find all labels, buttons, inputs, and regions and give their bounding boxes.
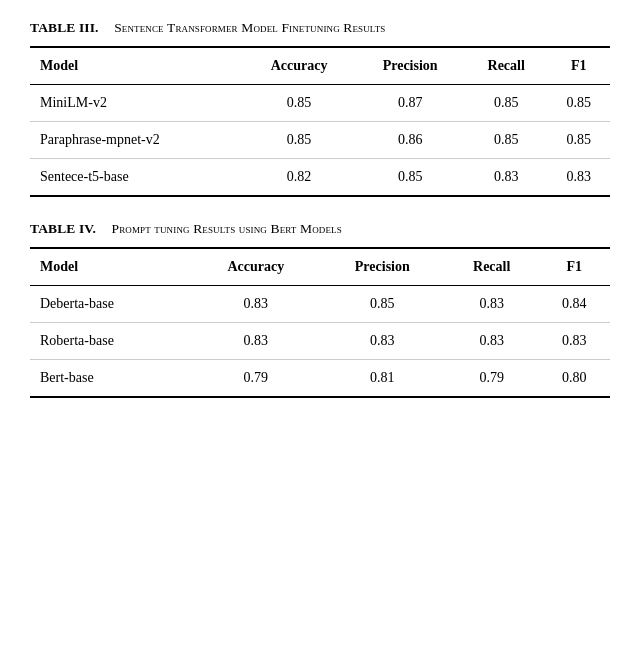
table-row: Roberta-base0.830.830.830.83 (30, 323, 610, 360)
table2-col-precision: Precision (320, 248, 445, 286)
table2-col-f1: F1 (539, 248, 610, 286)
table-cell: 0.86 (355, 122, 465, 159)
table-cell: 0.85 (243, 85, 355, 122)
table-cell: 0.83 (320, 323, 445, 360)
table-cell: MiniLM-v2 (30, 85, 243, 122)
table2-label: TABLE IV. (30, 221, 96, 236)
table2-header-row: Model Accuracy Precision Recall F1 (30, 248, 610, 286)
table2: Model Accuracy Precision Recall F1 Deber… (30, 247, 610, 398)
table-cell: 0.84 (539, 286, 610, 323)
table2-col-recall: Recall (445, 248, 539, 286)
table2-col-model: Model (30, 248, 192, 286)
table1-title-text: Sentence Transformer Model Finetuning Re… (114, 20, 385, 35)
table1-header-row: Model Accuracy Precision Recall F1 (30, 47, 610, 85)
table-cell: 0.83 (465, 159, 547, 197)
table1-section: TABLE III. Sentence Transformer Model Fi… (30, 20, 610, 197)
table-cell: 0.83 (547, 159, 610, 197)
table1-col-f1: F1 (547, 47, 610, 85)
table-cell: 0.85 (355, 159, 465, 197)
table1-body: MiniLM-v20.850.870.850.85Paraphrase-mpne… (30, 85, 610, 197)
table2-col-accuracy: Accuracy (192, 248, 320, 286)
table1-col-recall: Recall (465, 47, 547, 85)
table-cell: 0.87 (355, 85, 465, 122)
table-cell: 0.85 (547, 122, 610, 159)
table2-section: TABLE IV. Prompt tuning Results using Be… (30, 221, 610, 398)
table1-header: Model Accuracy Precision Recall F1 (30, 47, 610, 85)
table-cell: 0.79 (445, 360, 539, 398)
table1-col-precision: Precision (355, 47, 465, 85)
table-cell: 0.80 (539, 360, 610, 398)
table2-header: Model Accuracy Precision Recall F1 (30, 248, 610, 286)
table-row: Paraphrase-mpnet-v20.850.860.850.85 (30, 122, 610, 159)
table2-body: Deberta-base0.830.850.830.84Roberta-base… (30, 286, 610, 398)
table-cell: 0.85 (243, 122, 355, 159)
table2-title: TABLE IV. Prompt tuning Results using Be… (30, 221, 610, 237)
table-cell: 0.82 (243, 159, 355, 197)
table-cell: 0.83 (445, 286, 539, 323)
table-row: Sentece-t5-base0.820.850.830.83 (30, 159, 610, 197)
table-cell: 0.85 (465, 85, 547, 122)
table-cell: Roberta-base (30, 323, 192, 360)
table-cell: 0.81 (320, 360, 445, 398)
table-cell: 0.85 (320, 286, 445, 323)
table-row: Deberta-base0.830.850.830.84 (30, 286, 610, 323)
table-cell: 0.83 (445, 323, 539, 360)
table-cell: 0.85 (547, 85, 610, 122)
table1: Model Accuracy Precision Recall F1 MiniL… (30, 46, 610, 197)
table1-col-model: Model (30, 47, 243, 85)
table1-title: TABLE III. Sentence Transformer Model Fi… (30, 20, 610, 36)
table2-title-text: Prompt tuning Results using Bert Models (112, 221, 342, 236)
table-row: MiniLM-v20.850.870.850.85 (30, 85, 610, 122)
table1-label: TABLE III. (30, 20, 99, 35)
table-cell: 0.79 (192, 360, 320, 398)
table-cell: 0.83 (192, 286, 320, 323)
table-cell: 0.83 (539, 323, 610, 360)
table1-col-accuracy: Accuracy (243, 47, 355, 85)
table-cell: 0.85 (465, 122, 547, 159)
table-cell: Bert-base (30, 360, 192, 398)
table-cell: Deberta-base (30, 286, 192, 323)
table-cell: Sentece-t5-base (30, 159, 243, 197)
table-row: Bert-base0.790.810.790.80 (30, 360, 610, 398)
table-cell: 0.83 (192, 323, 320, 360)
table-cell: Paraphrase-mpnet-v2 (30, 122, 243, 159)
